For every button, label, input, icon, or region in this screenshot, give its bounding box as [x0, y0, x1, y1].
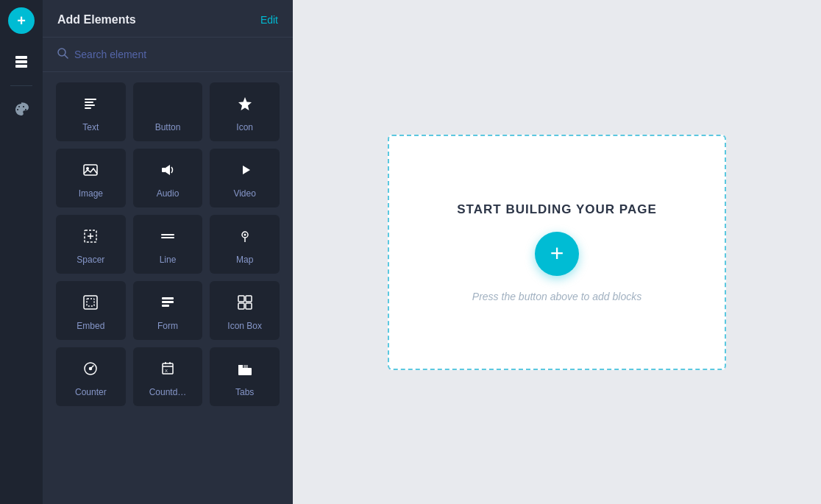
image-label: Image [79, 188, 103, 199]
edit-button[interactable]: Edit [260, 14, 278, 26]
element-image[interactable]: Image [56, 149, 126, 207]
svg-rect-6 [85, 102, 93, 103]
svg-rect-25 [162, 305, 169, 307]
svg-rect-26 [238, 296, 244, 302]
spacer-icon [82, 228, 99, 249]
element-map[interactable]: Map [210, 215, 280, 274]
search-bar [43, 38, 293, 72]
layers-icon[interactable] [8, 49, 35, 75]
svg-rect-21 [84, 296, 97, 309]
svg-rect-17 [161, 234, 174, 235]
counter-icon [82, 361, 99, 381]
svg-marker-9 [238, 97, 252, 110]
theme-icon[interactable] [8, 96, 35, 123]
element-icon-box[interactable]: Icon Box [210, 281, 280, 340]
svg-rect-37 [238, 368, 252, 375]
button-label: Button [155, 122, 181, 132]
tabs-label: Tabs [235, 387, 254, 397]
video-icon [237, 162, 253, 182]
element-countdown[interactable]: XCountd… [133, 347, 203, 406]
search-input[interactable] [74, 49, 278, 60]
svg-rect-12 [162, 168, 166, 172]
side-panel-header: Add Elements Edit [43, 0, 293, 38]
audio-icon [160, 162, 176, 182]
svg-rect-28 [238, 303, 244, 309]
icon-label: Icon [236, 122, 253, 132]
icon-box-icon [237, 294, 253, 315]
text-icon [82, 96, 99, 116]
add-global-button[interactable]: + [8, 7, 35, 34]
search-icon [57, 48, 68, 61]
element-audio[interactable]: Audio [133, 149, 203, 207]
icon-bar-divider [10, 85, 32, 86]
svg-rect-2 [15, 65, 27, 68]
button-icon [160, 96, 176, 116]
icon-bar: + [0, 0, 43, 504]
svg-rect-5 [85, 99, 96, 100]
image-icon [82, 162, 99, 182]
embed-icon [82, 294, 99, 315]
embed-label: Embed [77, 321, 104, 331]
icon-icon [237, 96, 253, 116]
spacer-label: Spacer [77, 255, 104, 265]
svg-rect-39 [244, 365, 248, 369]
element-text[interactable]: Text [56, 82, 126, 141]
main-canvas: START BUILDING YOUR PAGE + Press the but… [293, 0, 821, 504]
map-label: Map [236, 255, 253, 265]
form-icon [160, 294, 176, 315]
svg-text:X: X [165, 369, 168, 373]
svg-rect-18 [161, 237, 174, 238]
canvas-card: START BUILDING YOUR PAGE + Press the but… [388, 135, 726, 370]
element-button[interactable]: Button [133, 82, 203, 141]
element-form[interactable]: Form [133, 281, 203, 340]
svg-rect-22 [87, 299, 94, 306]
side-panel: Add Elements Edit TextButtonIconImageAud… [43, 0, 293, 504]
svg-rect-27 [246, 296, 252, 302]
audio-label: Audio [157, 188, 180, 199]
side-panel-title: Add Elements [57, 13, 136, 26]
svg-rect-29 [246, 303, 252, 309]
element-embed[interactable]: Embed [56, 281, 126, 340]
svg-point-20 [244, 234, 246, 236]
svg-rect-38 [238, 365, 243, 369]
svg-rect-23 [162, 297, 174, 299]
canvas-title: START BUILDING YOUR PAGE [457, 202, 656, 217]
countdown-icon: X [160, 361, 176, 381]
svg-line-4 [65, 55, 68, 58]
map-icon [237, 228, 253, 249]
line-icon [160, 228, 176, 249]
counter-label: Counter [75, 387, 107, 397]
svg-rect-8 [85, 107, 91, 109]
svg-rect-24 [162, 301, 174, 303]
add-block-button[interactable]: + [535, 232, 579, 276]
element-spacer[interactable]: Spacer [56, 215, 126, 274]
svg-marker-13 [243, 166, 250, 174]
element-counter[interactable]: Counter [56, 347, 126, 406]
svg-rect-1 [15, 60, 27, 63]
canvas-hint: Press the button above to add blocks [472, 291, 641, 302]
text-label: Text [82, 122, 99, 132]
tabs-icon [237, 361, 253, 381]
video-label: Video [233, 188, 255, 199]
svg-rect-0 [15, 56, 27, 59]
line-label: Line [160, 255, 177, 265]
elements-grid: TextButtonIconImageAudioVideoSpacerLineM… [43, 72, 293, 416]
svg-point-31 [90, 368, 92, 370]
element-line[interactable]: Line [133, 215, 203, 274]
svg-rect-7 [85, 104, 95, 106]
countdown-label: Countd… [149, 387, 187, 397]
form-label: Form [157, 321, 178, 331]
element-icon[interactable]: Icon [210, 82, 280, 141]
element-video[interactable]: Video [210, 149, 280, 207]
icon-box-label: Icon Box [227, 321, 262, 331]
element-tabs[interactable]: Tabs [210, 347, 280, 406]
